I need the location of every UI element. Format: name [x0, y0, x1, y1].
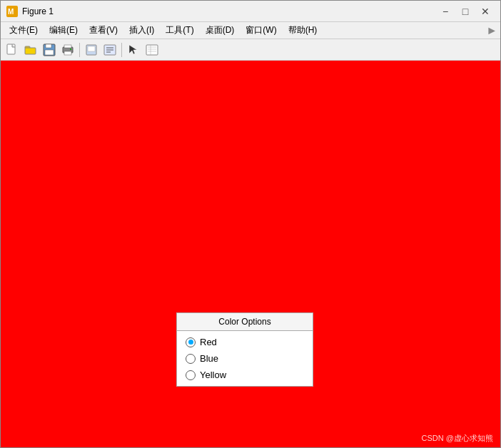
- radio-yellow-circle: [186, 370, 196, 380]
- toolbar-print-button[interactable]: [59, 41, 76, 58]
- svg-rect-10: [64, 51, 71, 55]
- menu-tools[interactable]: 工具(T): [160, 23, 199, 38]
- menu-file[interactable]: 文件(E): [4, 23, 44, 38]
- save-icon: [43, 44, 56, 56]
- properties-icon: [103, 44, 116, 56]
- toolbar-sep-2: [121, 43, 122, 57]
- svg-point-11: [70, 49, 71, 50]
- toolbar-data-button[interactable]: [143, 41, 161, 58]
- radio-blue-circle: [186, 354, 196, 364]
- menu-view[interactable]: 查看(V): [84, 23, 123, 38]
- svg-rect-4: [25, 48, 36, 54]
- panel-body: Red Blue Yellow: [177, 331, 313, 386]
- toolbar-save-button[interactable]: [41, 41, 58, 58]
- svg-rect-2: [7, 44, 15, 54]
- radio-red-circle: [186, 337, 196, 347]
- svg-rect-6: [46, 44, 51, 48]
- toolbar-open-button[interactable]: [22, 41, 39, 58]
- svg-rect-19: [146, 45, 158, 55]
- menu-window[interactable]: 窗口(W): [240, 23, 282, 38]
- canvas-area: Color Options Red Blue Yellow CSDN @虚心求知…: [1, 61, 500, 448]
- svg-rect-7: [45, 50, 54, 55]
- window-controls: − □ ✕: [436, 4, 495, 19]
- toolbar-sep-1: [79, 43, 80, 57]
- svg-rect-13: [88, 46, 95, 51]
- toolbar: [1, 39, 500, 61]
- menu-edit[interactable]: 编辑(E): [44, 23, 84, 38]
- open-icon: [24, 44, 37, 56]
- toolbar-new-button[interactable]: [4, 41, 21, 58]
- toolbar-pointer-button[interactable]: [125, 41, 142, 58]
- menu-desktop[interactable]: 桌面(D): [200, 23, 241, 38]
- menu-help[interactable]: 帮助(H): [283, 23, 323, 38]
- radio-blue[interactable]: Blue: [186, 353, 304, 364]
- title-bar: M Figure 1 − □ ✕: [1, 1, 500, 22]
- svg-rect-9: [64, 45, 71, 48]
- figure-icon: [85, 44, 98, 56]
- radio-red[interactable]: Red: [186, 337, 304, 347]
- new-icon: [6, 44, 19, 56]
- toolbar-figure-button[interactable]: [83, 41, 100, 58]
- maximize-button[interactable]: □: [456, 4, 475, 19]
- menu-insert[interactable]: 插入(I): [123, 23, 160, 38]
- data-icon: [146, 44, 158, 56]
- radio-blue-label: Blue: [200, 353, 218, 364]
- radio-red-label: Red: [200, 337, 217, 347]
- radio-yellow[interactable]: Yellow: [186, 370, 304, 380]
- radio-yellow-label: Yellow: [200, 370, 226, 380]
- panel-title: Color Options: [177, 313, 313, 331]
- svg-marker-18: [129, 45, 137, 54]
- menu-bar: 文件(E) 编辑(E) 查看(V) 插入(I) 工具(T) 桌面(D) 窗口(W…: [1, 22, 500, 39]
- watermark: CSDN @虚心求知熊: [422, 433, 493, 444]
- window-title: Figure 1: [22, 6, 432, 16]
- pointer-icon: [127, 44, 140, 56]
- color-options-panel: Color Options Red Blue Yellow: [176, 312, 313, 387]
- matlab-icon: M: [6, 6, 18, 17]
- print-icon: [61, 44, 74, 56]
- svg-text:M: M: [8, 8, 14, 16]
- menu-arrow-icon: ►: [486, 24, 497, 37]
- close-button[interactable]: ✕: [476, 4, 495, 19]
- toolbar-properties-button[interactable]: [101, 41, 118, 58]
- minimize-button[interactable]: −: [436, 4, 455, 19]
